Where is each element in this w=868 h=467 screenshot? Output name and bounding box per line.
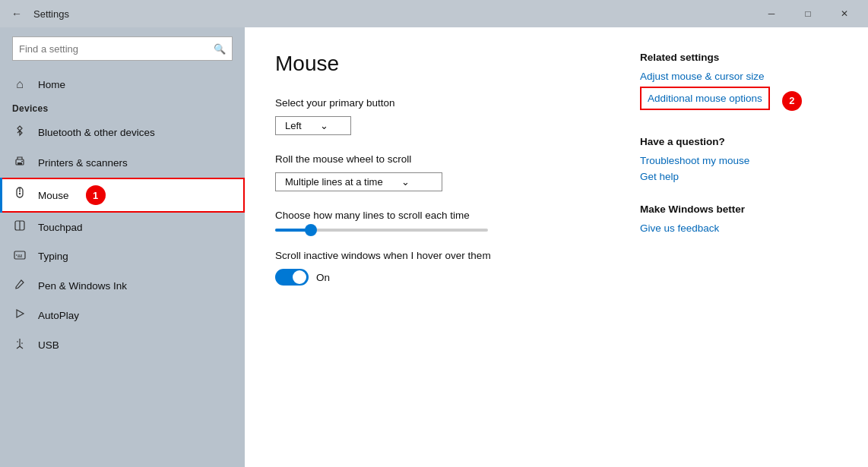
search-icon: 🔍 (214, 43, 226, 55)
sidebar-item-touchpad[interactable]: Touchpad (0, 213, 245, 241)
svg-point-5 (19, 193, 21, 194)
sidebar-item-usb[interactable]: USB (0, 330, 245, 360)
scroll-inactive-toggle[interactable] (275, 269, 309, 286)
chevron-down-icon: ⌄ (401, 176, 410, 188)
sidebar-item-label: USB (38, 339, 59, 351)
scroll-wheel-label: Roll the mouse wheel to scroll (275, 153, 610, 165)
close-button[interactable]: ✕ (827, 0, 862, 27)
troubleshoot-link[interactable]: Troubleshoot my mouse (640, 155, 838, 166)
content-right: Related settings Adjust mouse & cursor s… (640, 52, 838, 443)
search-input[interactable] (19, 43, 214, 55)
dropdown-value: Left (285, 120, 302, 131)
make-windows-better-title: Make Windows better (640, 204, 838, 215)
toggle-label: On (316, 272, 330, 283)
home-icon: ⌂ (12, 77, 27, 91)
have-question-title: Have a question? (640, 136, 838, 147)
svg-marker-13 (17, 310, 24, 317)
scroll-lines-label: Choose how many lines to scroll each tim… (275, 210, 610, 221)
scroll-lines-group: Choose how many lines to scroll each tim… (275, 210, 610, 232)
scroll-inactive-label: Scroll inactive windows when I hover ove… (275, 250, 610, 261)
sidebar-item-printers[interactable]: Printers & scanners (0, 147, 245, 178)
window-controls: ─ □ ✕ (754, 0, 862, 27)
mouse-icon (12, 187, 27, 204)
sidebar-item-pen[interactable]: Pen & Windows Ink (0, 270, 245, 301)
svg-rect-8 (14, 251, 25, 259)
scroll-wheel-group: Roll the mouse wheel to scroll Multiple … (275, 153, 610, 191)
printer-icon (12, 155, 27, 170)
page-title: Mouse (275, 52, 610, 76)
sidebar: 🔍 ⌂ Home Devices Bluetooth & other devic… (0, 27, 245, 467)
sidebar-item-label: Printers & scanners (38, 157, 128, 169)
sidebar-item-label: Bluetooth & other devices (38, 127, 155, 138)
content-area: Mouse Select your primary button Left ⌄ … (245, 27, 868, 467)
sidebar-item-label: AutoPlay (38, 310, 79, 321)
sidebar-item-label: Pen & Windows Ink (38, 280, 127, 292)
bluetooth-icon (12, 125, 27, 140)
title-bar: ← Settings ─ □ ✕ (0, 0, 868, 27)
pen-icon (12, 278, 27, 293)
toggle-knob (293, 270, 306, 284)
sidebar-section-label: Devices (0, 99, 245, 117)
sidebar-item-autoplay[interactable]: AutoPlay (0, 301, 245, 330)
chevron-down-icon: ⌄ (320, 120, 328, 131)
scroll-lines-slider-container (275, 229, 610, 232)
content-main: Mouse Select your primary button Left ⌄ … (275, 52, 610, 443)
have-question-section: Have a question? Troubleshoot my mouse G… (640, 136, 838, 182)
window-title: Settings (33, 8, 754, 20)
related-settings-section: Related settings Adjust mouse & cursor s… (640, 52, 838, 115)
autoplay-icon (12, 308, 27, 322)
sidebar-item-bluetooth[interactable]: Bluetooth & other devices (0, 117, 245, 147)
dropdown-value: Multiple lines at a time (285, 176, 383, 188)
search-box[interactable]: 🔍 (12, 36, 233, 61)
annotation-2: 2 (782, 91, 802, 111)
sidebar-item-label: Typing (38, 251, 68, 262)
sidebar-item-mouse[interactable]: Mouse 1 (0, 178, 245, 213)
annotation-1: 1 (86, 185, 106, 205)
toggle-container: On (275, 269, 610, 286)
sidebar-item-label: Touchpad (38, 222, 83, 233)
feedback-link[interactable]: Give us feedback (640, 222, 838, 234)
sidebar-item-home[interactable]: ⌂ Home (0, 70, 245, 99)
svg-rect-1 (17, 163, 22, 165)
slider-track (275, 229, 488, 232)
additional-mouse-link[interactable]: Additional mouse options (640, 87, 770, 110)
primary-button-group: Select your primary button Left ⌄ (275, 97, 610, 135)
get-help-link[interactable]: Get help (640, 171, 838, 182)
typing-icon (12, 249, 27, 263)
touchpad-icon (12, 220, 27, 234)
svg-rect-2 (21, 161, 23, 162)
slider-thumb[interactable] (305, 224, 317, 236)
app-body: 🔍 ⌂ Home Devices Bluetooth & other devic… (0, 27, 868, 467)
additional-mouse-wrapper: Additional mouse options 2 (640, 87, 838, 115)
make-windows-better-section: Make Windows better Give us feedback (640, 204, 838, 234)
scroll-wheel-dropdown[interactable]: Multiple lines at a time ⌄ (275, 172, 442, 191)
maximize-button[interactable]: □ (790, 0, 825, 27)
related-settings-title: Related settings (640, 52, 838, 63)
sidebar-item-label: Mouse (38, 190, 69, 201)
back-button[interactable]: ← (6, 3, 27, 24)
minimize-button[interactable]: ─ (754, 0, 789, 27)
primary-button-label: Select your primary button (275, 97, 610, 109)
scroll-inactive-group: Scroll inactive windows when I hover ove… (275, 250, 610, 286)
sidebar-item-label: Home (38, 79, 65, 90)
usb-icon (12, 337, 27, 352)
sidebar-item-typing[interactable]: Typing (0, 241, 245, 270)
primary-button-dropdown[interactable]: Left ⌄ (275, 116, 351, 135)
adjust-cursor-link[interactable]: Adjust mouse & cursor size (640, 71, 838, 82)
